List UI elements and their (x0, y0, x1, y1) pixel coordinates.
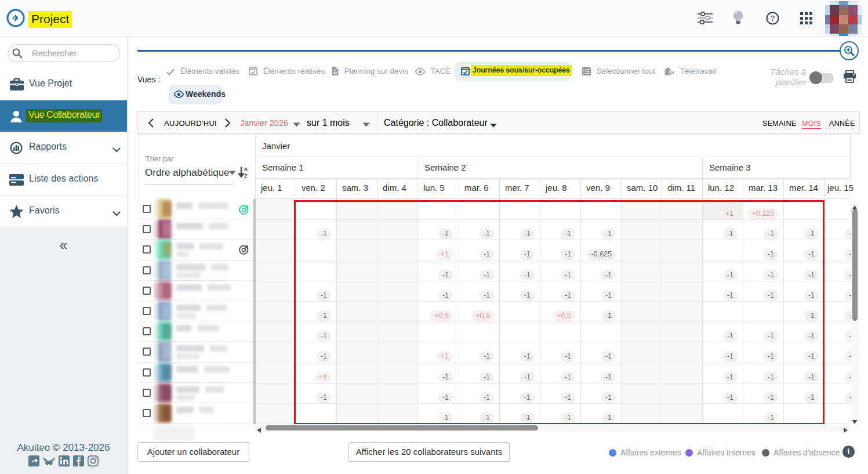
svg-text:?: ? (771, 14, 775, 23)
svg-text:A: A (244, 167, 248, 172)
svg-text:Z: Z (244, 172, 248, 178)
